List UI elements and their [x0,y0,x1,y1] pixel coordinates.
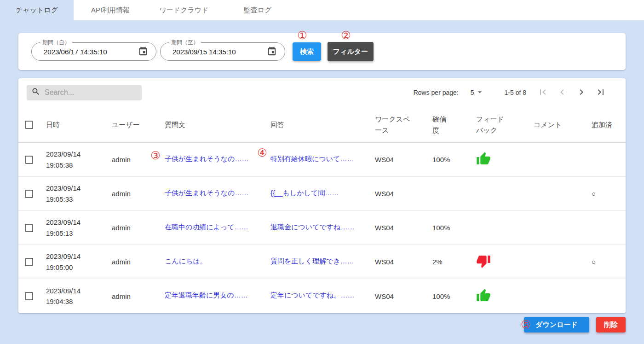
row-workspace: WS04 [375,292,432,300]
table-search-box[interactable] [27,85,142,100]
answer-link[interactable]: 定年についてですね。…… [270,291,354,300]
question-link[interactable]: 在職中の功績によって…… [165,223,248,232]
column-header-datetime: 日時 [46,119,112,130]
question-link[interactable]: こんにちは。 [165,257,207,266]
row-confidence: 100% [432,224,476,232]
search-icon [31,87,40,98]
chevron-right-icon [576,87,587,99]
chevron-down-icon [475,87,484,98]
answer-link[interactable]: 質問を正しく理解でき…… [270,257,354,266]
table-row: 2023/09/14 19:05:33 admin 子供が生まれそうなの…… {… [18,177,626,211]
column-header-confidence: 確信度 [432,114,476,136]
column-header-answer: 回答 [270,119,375,130]
chevron-left-icon [557,87,568,99]
date-to-calendar-button[interactable] [266,46,277,57]
previous-page-button[interactable] [556,86,569,99]
table-body: 2023/09/14 19:05:38 admin 子供が生まれそうなの…… 特… [18,143,626,313]
calendar-icon [267,46,277,58]
filter-button[interactable]: フィルター [328,42,374,61]
pagination: Rows per page: 5 1-5 of 8 [414,86,607,99]
next-page-button[interactable] [575,86,588,99]
row-user: admin [112,292,165,300]
tab-word-cloud[interactable]: ワードクラウド [147,0,221,20]
row-workspace: WS04 [375,224,432,232]
first-page-button[interactable] [536,86,549,99]
date-from-value[interactable]: 2023/06/17 14:35:10 [44,48,107,56]
row-user: admin [112,224,165,232]
question-link[interactable]: 子供が生まれそうなの…… [165,155,248,163]
table-search-input[interactable] [45,88,137,97]
rows-per-page-label: Rows per page: [414,89,459,96]
row-workspace: WS04 [375,156,432,163]
download-button[interactable]: ダウンロード [524,317,589,332]
row-date: 2023/09/14 [46,183,109,193]
question-link[interactable]: 子供が生まれそうなの…… [165,189,248,198]
table-row: 2023/09/14 19:05:13 admin 在職中の功績によって…… 退… [18,211,626,245]
row-confidence: 2% [432,258,476,266]
rows-per-page-value: 5 [471,89,474,96]
answer-link[interactable]: {{__もしかして聞…… [270,189,339,198]
row-checkbox[interactable] [25,190,33,198]
row-time: 19:04:38 [46,296,109,307]
row-date: 2023/09/14 [46,217,109,227]
table-row: 2023/09/14 19:05:00 admin こんにちは。 質問を正しく理… [18,245,626,279]
row-user: admin [112,156,165,163]
column-header-added: 追加済 [589,119,626,130]
filter-panel: 期間（自） 2023/06/17 14:35:10 期間（至） 2023/09/… [18,33,626,70]
row-added: ○ [592,190,596,198]
column-header-feedback: フィードバック [476,114,534,136]
row-checkbox[interactable] [25,156,33,164]
row-user: admin [112,190,165,198]
thumb-up-icon [476,152,491,166]
row-checkbox[interactable] [25,224,33,232]
row-date: 2023/09/14 [46,286,109,296]
delete-button[interactable]: 削除 [596,317,626,332]
footer-actions: ダウンロード 削除 [18,317,626,332]
table-header-row: 日時 ユーザー 質問文 回答 ワークスペース 確信度 フィードバック コメント … [18,107,626,143]
last-page-icon [595,87,606,99]
last-page-button[interactable] [594,86,607,99]
answer-link[interactable]: 特別有給休暇について…… [270,155,354,163]
date-to-value[interactable]: 2023/09/15 14:35:10 [172,48,236,56]
row-workspace: WS04 [375,258,432,266]
row-time: 19:05:33 [46,194,109,204]
column-header-workspace: ワークスペース [375,114,432,136]
thumb-up-icon [476,288,491,303]
tab-api-usage[interactable]: API利用情報 [74,0,147,20]
table-toolbar: Rows per page: 5 1-5 of 8 [18,78,626,107]
row-user: admin [112,258,165,266]
tab-audit-log[interactable]: 監査ログ [221,0,294,20]
column-header-comment: コメント [534,119,589,130]
date-to-label: 期間（至） [169,39,201,47]
thumb-down-icon [476,254,491,268]
answer-link[interactable]: 退職金についてですね…… [270,223,354,232]
row-workspace: WS04 [375,190,432,198]
date-from-calendar-button[interactable] [138,46,149,57]
date-to-field[interactable]: 期間（至） 2023/09/15 14:35:10 [160,42,285,61]
row-checkbox[interactable] [25,258,33,266]
tab-bar: チャットログ API利用情報 ワードクラウド 監査ログ [0,0,644,20]
row-confidence: 100% [432,156,476,163]
pagination-range: 1-5 of 8 [505,89,526,96]
calendar-icon [138,46,148,58]
row-date: 2023/09/14 [46,149,109,159]
rows-per-page-select[interactable]: 5 [471,87,484,98]
date-from-label: 期間（自） [40,39,72,47]
select-all-checkbox[interactable] [25,121,33,129]
row-added: ○ [592,258,596,266]
row-time: 19:05:13 [46,228,109,239]
table-row: 2023/09/14 19:05:38 admin 子供が生まれそうなの…… 特… [18,143,626,177]
row-checkbox[interactable] [25,292,33,300]
row-confidence: 100% [432,292,476,300]
search-button[interactable]: 検索 [293,42,321,61]
first-page-icon [537,87,548,99]
row-time: 19:05:38 [46,160,109,170]
tab-chat-log[interactable]: チャットログ [0,0,74,20]
column-header-user: ユーザー [112,119,165,130]
question-link[interactable]: 定年退職年齢に男女の…… [165,291,248,300]
table-row: 2023/09/14 19:04:38 admin 定年退職年齢に男女の…… 定… [18,279,626,313]
column-header-question: 質問文 [165,119,270,130]
row-time: 19:05:00 [46,262,109,273]
date-from-field[interactable]: 期間（自） 2023/06/17 14:35:10 [31,42,156,61]
row-date: 2023/09/14 [46,251,109,262]
